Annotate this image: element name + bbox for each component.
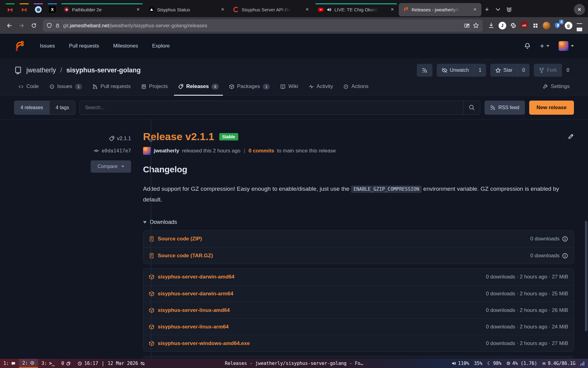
asset-meta: 0 downloads · 2 hours ago · 27 MiB (486, 340, 568, 347)
bitwarden-extension[interactable]: 4 (552, 21, 562, 30)
watch-count[interactable]: 1 (474, 64, 486, 77)
issue-icon (49, 84, 55, 89)
unwatch-button[interactable]: Unwatch 1 (437, 64, 486, 77)
nav-link-explore[interactable]: Explore (152, 43, 170, 49)
ghostery-extension[interactable]: g (564, 21, 573, 30)
volume-mixer-tray-icon[interactable] (580, 361, 584, 366)
pinned-tab-gmail-1[interactable] (3, 3, 17, 16)
tab-close-icon[interactable]: × (472, 6, 478, 13)
volume-status[interactable]: 110% (451, 361, 469, 366)
bookmark-star-icon[interactable] (473, 22, 479, 29)
cpu-status[interactable]: ⚙ 4% (1.76) (506, 361, 537, 366)
workspace-3[interactable]: 3: >_ (38, 359, 58, 368)
tab-close-icon[interactable]: × (389, 6, 396, 13)
tab-sisyphus-status[interactable]: Sisyphus Status × (145, 3, 229, 16)
nav-link-milestones[interactable]: Milestones (113, 43, 138, 49)
tags-filter-button[interactable]: 4 tags (49, 101, 75, 114)
workspace-1[interactable]: 1: (0, 359, 19, 368)
back-button[interactable] (4, 20, 15, 31)
notifications-bell-icon[interactable] (524, 43, 531, 49)
fork-button[interactable]: Fork 0 (534, 64, 574, 77)
tab-audio-icon[interactable] (326, 7, 332, 12)
tab-issues[interactable]: Issues 1 (45, 80, 87, 96)
asset-link[interactable]: sisyphus-server-linux-arm64 (158, 324, 229, 330)
tab-releases-active[interactable]: Releases - jweatherly/si × (399, 3, 481, 16)
tab-close-icon[interactable]: × (135, 6, 141, 13)
workspace-2-active[interactable]: 2: (19, 359, 38, 368)
alarm-clock-button[interactable] (503, 4, 514, 15)
nav-link-pull-requests[interactable]: Pull requests (69, 43, 99, 49)
tab-sisyphus-api[interactable]: Sisyphus Server API Re × (229, 3, 314, 16)
pinned-tab-gmail-2[interactable] (17, 3, 31, 16)
rss-button[interactable] (417, 64, 432, 77)
lock-icon[interactable] (55, 23, 60, 28)
split-view-icon[interactable] (464, 23, 470, 29)
tab-youtube-live[interactable]: LIVE: TE Chig Okonk × (314, 3, 399, 16)
tab-projects[interactable]: Projects (137, 80, 172, 96)
edit-release-button[interactable] (567, 133, 574, 140)
release-commit-link[interactable]: e0da1417e7 (93, 148, 131, 154)
window-close-button[interactable]: × (574, 4, 585, 15)
tab-close-icon[interactable]: × (304, 6, 311, 13)
release-title[interactable]: Release v2.1.1 (143, 131, 214, 143)
user-menu[interactable] (559, 41, 574, 51)
downloads-button[interactable] (486, 21, 496, 30)
tab-activity[interactable]: Activity (304, 80, 337, 96)
releases-filter-button[interactable]: 4 releases (14, 101, 49, 114)
asset-link[interactable]: sisyphus-server-darwin-amd64 (158, 274, 234, 280)
tracking-shield-icon[interactable] (47, 23, 52, 28)
asset-link[interactable]: sisyphus-server-windows-amd64.exe (158, 340, 250, 347)
fork-count[interactable]: 0 (562, 64, 574, 77)
ublock-extension[interactable]: uO (519, 21, 529, 30)
tab-grid-extension[interactable] (530, 21, 540, 30)
avatar[interactable] (143, 147, 151, 155)
tab-wiki[interactable]: Wiki (276, 80, 302, 96)
new-release-button[interactable]: New release (529, 101, 574, 115)
forward-button[interactable] (16, 20, 27, 31)
pinned-tab-mastodon[interactable] (31, 3, 45, 16)
search-input[interactable] (80, 101, 463, 114)
rss-feed-button[interactable]: RSS feed (484, 101, 525, 115)
menu-button[interactable] (575, 21, 584, 30)
repo-owner-link[interactable]: jweatherly (26, 67, 56, 74)
tab-settings[interactable]: Settings (539, 80, 574, 96)
forgejo-logo[interactable] (14, 40, 26, 52)
release-author-link[interactable]: jweatherly (154, 148, 179, 154)
extensions-puzzle-button[interactable] (508, 21, 518, 30)
star-button[interactable]: Star 0 (490, 64, 530, 77)
asset-link[interactable]: sisyphus-server-darwin-arm64 (158, 291, 233, 297)
tab-list-button[interactable] (492, 4, 503, 15)
search-button[interactable] (463, 101, 480, 114)
scrollbar[interactable] (585, 221, 587, 331)
battery-status[interactable]: ☾ 98% (487, 361, 502, 366)
downloads-toggle[interactable]: Downloads (143, 219, 574, 225)
info-icon[interactable] (562, 253, 568, 259)
asset-link[interactable]: sisyphus-server-linux-amd64 (158, 307, 230, 313)
commits-since-link[interactable]: 0 commits (248, 148, 274, 154)
tab-releases[interactable]: Releases 4 (174, 80, 223, 96)
reload-button[interactable] (28, 20, 39, 31)
extension-j[interactable]: J (497, 21, 507, 30)
tab-actions[interactable]: Actions (339, 80, 373, 96)
compare-button[interactable]: Compare (91, 160, 131, 173)
tab-code[interactable]: Code (14, 80, 43, 96)
fox-extension[interactable] (541, 21, 551, 30)
asset-link[interactable]: Source code (TAR.GZ) (158, 253, 213, 259)
mic-status[interactable]: 35% (474, 361, 482, 366)
tab-pathbuilder[interactable]: Pathbuilder 2e × (59, 3, 145, 16)
new-tab-button[interactable]: + (481, 4, 492, 15)
release-tag[interactable]: v2.1.1 (109, 136, 131, 142)
asset-link[interactable]: Source code (ZIP) (158, 236, 202, 242)
address-bar[interactable]: git.jamesthebard.net/jweatherly/sisyphus… (43, 19, 483, 32)
nav-link-issues[interactable]: Issues (40, 43, 55, 49)
tab-close-icon[interactable]: × (219, 6, 226, 13)
create-new-button[interactable]: + (540, 43, 549, 49)
star-count[interactable]: 0 (517, 64, 530, 77)
repo-name-link[interactable]: sisyphus-server-golang (66, 67, 141, 74)
eye-off-icon[interactable] (140, 361, 145, 366)
pinned-tab-x[interactable]: X (45, 3, 59, 16)
memory-status[interactable]: ≡ 9.4G/86.1G (542, 361, 575, 366)
tab-pull-requests[interactable]: Pull requests (88, 80, 135, 96)
tab-packages[interactable]: Packages 1 (225, 80, 274, 96)
info-icon[interactable] (562, 236, 568, 242)
